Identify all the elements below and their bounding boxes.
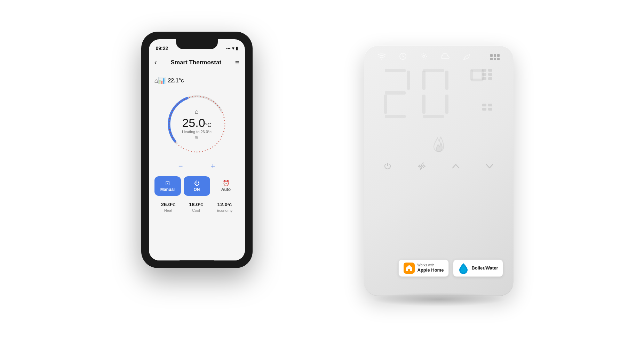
nav-title: Smart Thermostat: [171, 59, 221, 66]
auto-icon: ⏰: [223, 180, 230, 186]
svg-point-5: [423, 55, 425, 57]
boiler-water-badge: Boiler/Water: [453, 259, 503, 277]
svg-rect-20: [471, 79, 483, 81]
svg-rect-22: [488, 69, 492, 72]
device-leaf-icon: [463, 53, 470, 62]
apple-home-badge-text: Works with Apple Home: [418, 263, 444, 273]
svg-rect-26: [488, 77, 492, 80]
svg-rect-15: [422, 95, 426, 114]
on-label: ON: [194, 187, 200, 192]
badge-row: Works with Apple Home Boiler/Water: [395, 259, 507, 277]
increase-button[interactable]: +: [211, 162, 215, 171]
back-button[interactable]: ‹: [154, 58, 157, 67]
device-up-icon[interactable]: [452, 163, 460, 171]
app-navbar: ‹ Smart Thermostat ≡: [149, 55, 245, 71]
svg-point-31: [421, 166, 422, 167]
dial-subtitle: Heating to 26.0°c: [182, 130, 212, 134]
device-bottom-icons: [364, 159, 514, 179]
device-fan-icon: [418, 162, 426, 172]
apple-home-icon: [404, 263, 415, 274]
svg-rect-8: [385, 91, 406, 95]
svg-rect-27: [482, 104, 486, 106]
battery-icon: ▮: [236, 46, 238, 51]
decrease-button[interactable]: −: [178, 162, 183, 171]
led-segments-svg: [380, 65, 498, 135]
presets-row: 26.0°C Heat 18.0°C Cool 12.0°C Economy: [154, 201, 239, 212]
svg-rect-19: [470, 70, 473, 80]
svg-rect-13: [422, 71, 426, 90]
flame-icon: ≋: [182, 135, 212, 140]
status-time: 09:22: [156, 46, 168, 51]
phone-notch: [176, 39, 218, 49]
home-temp: 22.1°c: [168, 78, 184, 84]
device-wifi-icon: [377, 53, 386, 62]
dial-temperature: 25.0°C: [182, 116, 212, 130]
svg-rect-28: [488, 104, 492, 106]
phone-screen: 09:22 ▪▪▪ ▾ ▮ ‹ Smart Thermostat ≡: [149, 39, 245, 260]
manual-mode-button[interactable]: ⊡ Manual: [154, 176, 181, 196]
status-icons: ▪▪▪ ▾ ▮: [226, 46, 238, 51]
apple-home-badge: Works with Apple Home: [398, 259, 449, 277]
svg-rect-12: [445, 71, 448, 90]
dial-controls: − +: [178, 162, 215, 171]
svg-rect-9: [384, 95, 387, 114]
manual-icon: ⊡: [165, 180, 170, 186]
svg-rect-10: [385, 115, 406, 118]
device-settings-icon: [420, 53, 428, 62]
svg-rect-6: [385, 69, 406, 72]
home-icon: ⌂📊: [154, 77, 166, 85]
led-display: [364, 65, 514, 135]
device-flame-icon: [364, 135, 514, 155]
svg-rect-7: [407, 71, 410, 90]
led-digit-group: [380, 65, 498, 135]
dial-container: ⌂ 25.0°C Heating to 26.0°c ≋ − +: [154, 89, 239, 171]
manual-label: Manual: [160, 187, 175, 192]
auto-mode-button[interactable]: ⏰ Auto: [213, 176, 239, 196]
signal-icon: ▪▪▪: [226, 46, 231, 51]
device-cloud-icon: [441, 53, 450, 61]
menu-button[interactable]: ≡: [235, 59, 239, 67]
heat-preset: 26.0°C Heat: [161, 201, 176, 212]
economy-preset: 12.0°C Economy: [216, 201, 232, 212]
svg-rect-23: [482, 73, 486, 76]
device-clock-icon: [399, 53, 407, 62]
device-top-icons: [364, 46, 514, 65]
device-power-icon: [384, 162, 391, 172]
svg-rect-24: [488, 73, 492, 76]
boiler-water-badge-text: Boiler/Water: [471, 265, 498, 271]
device-grid-icon: [490, 54, 500, 60]
svg-rect-16: [423, 115, 444, 118]
device-shadow: [371, 292, 507, 306]
auto-label: Auto: [221, 187, 231, 192]
svg-rect-17: [471, 69, 483, 72]
phone-mockup: 09:22 ▪▪▪ ▾ ▮ ‹ Smart Thermostat ≡: [141, 32, 253, 268]
svg-rect-30: [488, 108, 492, 111]
device-down-icon[interactable]: [486, 163, 493, 171]
scene: 09:22 ▪▪▪ ▾ ▮ ‹ Smart Thermostat ≡: [131, 25, 514, 338]
dial-center: ⌂ 25.0°C Heating to 26.0°c ≋: [182, 108, 212, 140]
svg-rect-14: [445, 95, 448, 114]
svg-rect-29: [482, 108, 486, 111]
app-content: ⌂📊 22.1°c: [149, 71, 245, 260]
mode-row: ⊡ Manual ⏻ ON ⏰ Auto: [154, 176, 239, 196]
on-mode-button[interactable]: ⏻ ON: [184, 176, 210, 196]
device-body: Works with Apple Home Boiler/Water: [364, 46, 514, 296]
cool-preset: 18.0°C Cool: [189, 201, 204, 212]
phone-home-bar: [180, 260, 214, 261]
dial-svg: ⌂ 25.0°C Heating to 26.0°c ≋: [162, 89, 232, 159]
home-temp-row: ⌂📊 22.1°c: [154, 77, 239, 85]
svg-rect-21: [482, 69, 486, 72]
boiler-water-icon: [458, 263, 469, 274]
svg-rect-11: [423, 69, 444, 72]
svg-point-3: [381, 58, 382, 59]
dial-home-icon: ⌂: [182, 108, 212, 115]
wifi-icon: ▾: [232, 46, 234, 51]
svg-rect-25: [482, 77, 486, 80]
on-icon: ⏻: [194, 180, 200, 186]
thermostat-device: Works with Apple Home Boiler/Water: [343, 46, 514, 306]
